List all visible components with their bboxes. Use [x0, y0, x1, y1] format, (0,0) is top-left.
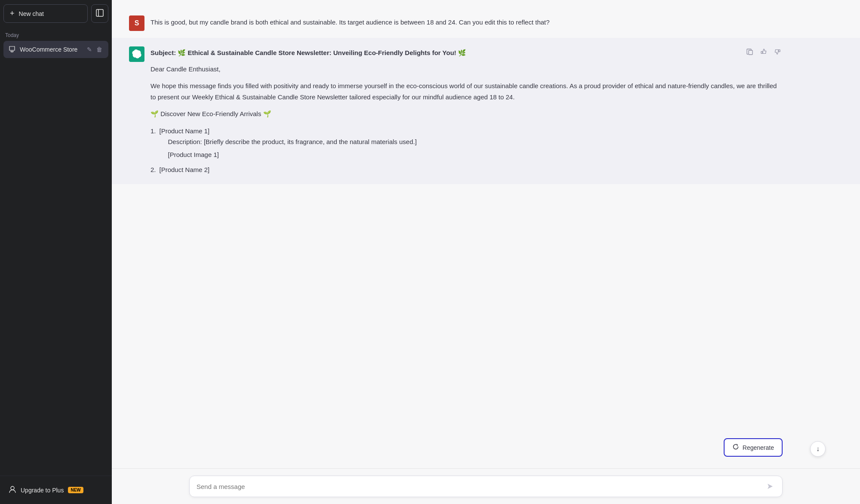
user-message: S This is good, but my candle brand is b…: [112, 9, 860, 38]
trash-icon: 🗑: [96, 46, 102, 53]
ai-product-list: 1. [Product Name 1] Description: [Briefl…: [150, 126, 783, 175]
sidebar: New chat Today WooCommerce Store ✎: [0, 0, 112, 504]
regenerate-label: Regenerate: [743, 444, 774, 451]
svg-rect-0: [96, 9, 103, 16]
chat-messages: S This is good, but my candle brand is b…: [112, 0, 860, 468]
chat-input-area: [112, 468, 860, 504]
upgrade-label: Upgrade to Plus: [21, 487, 64, 494]
thumbs-up-button[interactable]: [759, 46, 769, 58]
chat-item-label: WooCommerce Store: [20, 46, 82, 53]
copy-message-button[interactable]: [745, 46, 755, 58]
upgrade-to-plus-button[interactable]: Upgrade to Plus NEW: [3, 481, 108, 499]
edit-chat-button[interactable]: ✎: [86, 45, 93, 54]
ai-intro: We hope this message finds you filled wi…: [150, 80, 783, 102]
thumbs-down-button[interactable]: [772, 46, 783, 58]
list-item: 1. [Product Name 1] Description: [Briefl…: [150, 126, 783, 162]
svg-rect-4: [761, 52, 762, 54]
sidebar-toggle-icon: [96, 9, 104, 18]
sidebar-top: New chat: [0, 0, 112, 27]
ai-avatar: [129, 46, 144, 62]
user-avatar: S: [129, 15, 144, 31]
svg-rect-5: [779, 50, 780, 52]
toggle-sidebar-button[interactable]: [91, 4, 108, 23]
regenerate-icon: [732, 443, 739, 452]
product-name-2: [Product Name 2]: [160, 164, 210, 175]
chat-item-woocommerce[interactable]: WooCommerce Store ✎ 🗑: [3, 41, 108, 58]
user-icon: [9, 486, 16, 495]
main-content: S This is good, but my candle brand is b…: [112, 0, 860, 504]
input-container: [189, 476, 783, 497]
new-badge: NEW: [68, 487, 83, 493]
chat-icon: [9, 46, 15, 54]
new-chat-label: New chat: [19, 10, 44, 17]
ai-message-content: Subject: 🌿 Ethical & Sustainable Candle …: [150, 46, 783, 175]
ai-section-title: 🌱 Discover New Eco-Friendly Arrivals 🌱: [150, 108, 783, 120]
ai-greeting: Dear Candle Enthusiast,: [150, 64, 783, 75]
product-name-1: [Product Name 1]: [160, 126, 417, 137]
product-description-1: Description: [Briefly describe the produ…: [168, 136, 417, 148]
sidebar-bottom: Upgrade to Plus NEW: [0, 476, 112, 504]
today-label: Today: [0, 27, 112, 40]
user-message-text: This is good, but my candle brand is bot…: [150, 15, 550, 28]
list-item: 2. [Product Name 2]: [150, 164, 783, 175]
send-button[interactable]: [765, 481, 775, 492]
down-arrow-icon: ↓: [816, 445, 820, 453]
delete-chat-button[interactable]: 🗑: [95, 45, 103, 54]
plus-icon: [10, 9, 15, 18]
chat-item-actions: ✎ 🗑: [86, 45, 103, 54]
scroll-down-button[interactable]: ↓: [810, 441, 826, 457]
product-image-1: [Product Image 1]: [168, 149, 417, 160]
edit-icon: ✎: [87, 46, 92, 53]
svg-rect-3: [749, 50, 752, 55]
regenerate-button[interactable]: Regenerate: [724, 438, 783, 457]
new-chat-button[interactable]: New chat: [3, 4, 88, 23]
ai-message: Subject: 🌿 Ethical & Sustainable Candle …: [112, 38, 860, 184]
svg-point-2: [11, 486, 14, 490]
ai-message-actions: [745, 46, 783, 58]
ai-subject: Subject: 🌿 Ethical & Sustainable Candle …: [150, 47, 783, 58]
message-input[interactable]: [197, 483, 765, 490]
